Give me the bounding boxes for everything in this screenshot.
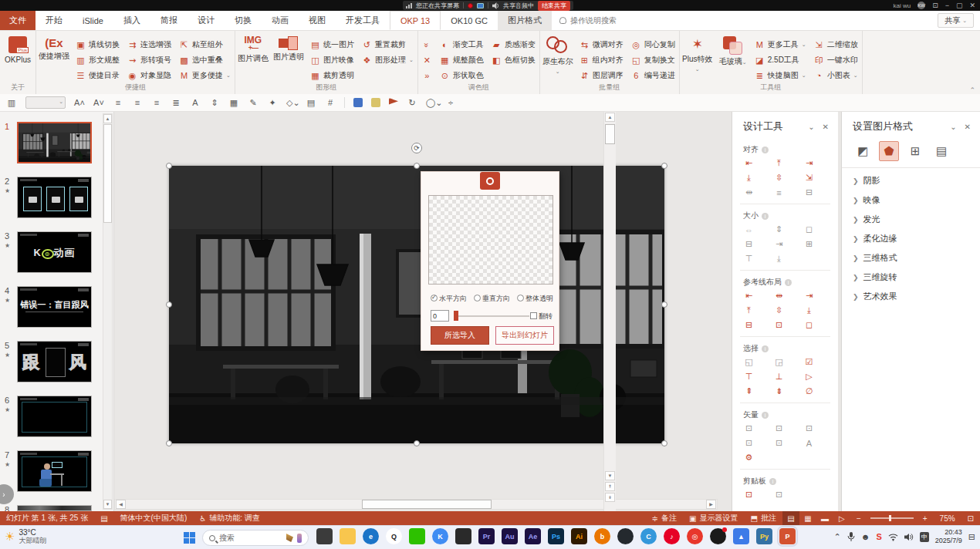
tool-icon[interactable]: ⇥ — [803, 157, 815, 169]
fit-to-window-icon[interactable]: ⊡ — [961, 514, 980, 523]
tool-icon[interactable]: ⇕ — [773, 224, 785, 235]
align-justify-icon[interactable]: ≣ — [171, 98, 181, 108]
ribbon-button-选中重叠[interactable]: ▩选中重叠 — [175, 52, 235, 68]
chevron-down-icon[interactable]: ⌄ — [950, 123, 956, 131]
tool-icon[interactable]: ⊤ — [743, 253, 755, 264]
tool-icon[interactable]: ⇥ — [803, 290, 815, 301]
taskbar-search[interactable]: 搜索 — [202, 530, 309, 546]
taskbar-red-cam-app-icon[interactable]: ◎ — [687, 528, 703, 544]
taskbar-illustrator-icon[interactable]: Ai — [571, 528, 587, 544]
tool-icon[interactable]: ⤓ — [773, 253, 785, 264]
resize-handle-nw[interactable] — [166, 163, 172, 169]
taskbar-quark-icon[interactable]: K — [432, 528, 448, 544]
ribbon-button-裁剪透明[interactable]: ▦裁剪透明 — [306, 68, 358, 83]
ribbon-button-形转项号[interactable]: ⇝形转项号 — [123, 52, 175, 68]
ribbon-button-规整颜色[interactable]: ▦规整颜色 — [436, 52, 488, 68]
slider-thumb[interactable] — [454, 311, 458, 321]
ribbon-button-图片调色[interactable]: IMG+—图片调色 — [235, 34, 271, 82]
clock[interactable]: 20:43 2025/7/9 — [935, 528, 962, 545]
flip-checkbox[interactable]: 翻转 — [530, 312, 553, 322]
taskbar-meeting-app-icon[interactable]: ▲ — [733, 528, 749, 544]
fill-bucket-icon[interactable]: ◩ — [853, 141, 873, 161]
tab-图片格式[interactable]: 图片格式 — [498, 11, 552, 30]
ribbon-button-chevrons-down[interactable]: » — [418, 37, 436, 52]
tab-动画[interactable]: 动画 — [262, 11, 299, 30]
taskbar-python-icon[interactable]: Py — [756, 528, 772, 544]
slide-sorter-view-button[interactable]: ▦ — [799, 511, 816, 525]
slide-thumbnail-3[interactable]: 3★K⊙动画 — [0, 231, 100, 274]
ribbon-button-图形处理[interactable]: ❖图形处理⌄ — [358, 52, 417, 68]
effects-pentagon-icon[interactable]: ⬟ — [879, 141, 899, 161]
zoom-out-button[interactable]: − — [850, 514, 867, 523]
sogou-icon[interactable]: S — [876, 532, 881, 541]
taskbar-task-view-icon[interactable] — [316, 528, 333, 544]
ribbon-button-2.5D工具[interactable]: ◪2.5D工具 — [751, 52, 810, 68]
format-section-艺术效果[interactable]: ❯艺术效果 — [842, 287, 980, 306]
thumbnail-image[interactable]: 错误一：盲目跟风 — [17, 286, 92, 328]
tab-okp-13[interactable]: OKP 13 — [390, 11, 441, 30]
ribbon-button-便捷增强[interactable]: (Ex便捷增强 — [36, 34, 72, 82]
tab-视图[interactable]: 视图 — [299, 11, 336, 30]
ribbon-button-形状取色[interactable]: ⊙形状取色 — [436, 68, 488, 83]
slide-thumbnail-1[interactable]: 1 — [0, 122, 100, 165]
ribbon-button-填线切换[interactable]: ▣填线切换 — [72, 37, 123, 52]
tool-icon[interactable]: ⊡ — [773, 489, 785, 500]
red-flag-icon[interactable] — [389, 98, 398, 107]
tab-ok10-gc[interactable]: OK10 GC — [441, 11, 498, 30]
tool-icon[interactable]: ◲ — [773, 356, 785, 368]
tool-icon[interactable]: ∅ — [803, 386, 815, 397]
font-size-box[interactable]: ⌄ — [25, 96, 66, 109]
taskbar-github-desktop-icon[interactable] — [617, 528, 634, 544]
tool-icon[interactable]: ⊡ — [773, 437, 785, 449]
font-larger-icon[interactable]: A˄ — [74, 98, 85, 107]
import-selected-button[interactable]: 所选导入 — [431, 326, 489, 345]
ribbon-button-粘至组外[interactable]: ⇱粘至组外 — [175, 37, 235, 52]
taskbar-audition-icon[interactable]: Au — [502, 528, 518, 544]
tool-icon[interactable]: ◻ — [803, 224, 815, 235]
tool-icon[interactable]: ⇳ — [773, 305, 785, 316]
slide-canvas[interactable]: ⟳ 水平方向垂直方向整体透明 翻转 所选导入 导出到幻灯片 — [114, 112, 718, 511]
resize-handle-n[interactable] — [414, 163, 420, 169]
taskbar-qq-icon[interactable]: Q — [386, 528, 402, 544]
taskbar-blender-icon[interactable]: b — [594, 528, 610, 544]
tab-islide[interactable]: iSlide — [73, 11, 113, 30]
ribbon-button-重置裁剪[interactable]: ↺重置裁剪 — [358, 37, 417, 52]
close-button[interactable]: ✕ — [969, 2, 975, 9]
tool-icon[interactable]: ⊡ — [773, 319, 785, 331]
tray-expand-icon[interactable]: ⌃ — [834, 532, 841, 542]
shape-menu-icon[interactable]: ◇⌄ — [286, 98, 297, 108]
yellow-swatch-icon[interactable] — [371, 98, 380, 107]
ribbon-button-图片透明[interactable]: 图片透明 — [271, 34, 306, 82]
tool-icon[interactable]: ⇳ — [773, 172, 785, 184]
font-color-icon[interactable]: A — [190, 98, 201, 107]
accessibility-status[interactable]: ♿ 辅助功能: 调查 — [193, 513, 266, 524]
ribbon-button-复制换文[interactable]: ◱复制换文 — [627, 52, 679, 68]
canvas-vertical-scrollbar[interactable]: ▲ ▼ ↟ ↡ — [603, 112, 616, 511]
ribbon-button-图片映像[interactable]: ◫图片映像 — [306, 52, 358, 68]
picture-icon[interactable]: ▤ — [931, 141, 951, 161]
resize-handle-s[interactable] — [414, 440, 420, 446]
resize-handle-ne[interactable] — [661, 163, 667, 169]
export-to-slide-button[interactable]: 导出到幻灯片 — [495, 326, 554, 345]
weather-widget[interactable]: ☀ 33°C 大部晴朗 — [5, 528, 46, 544]
thumbnail-image[interactable]: 跟风 — [17, 341, 92, 382]
ribbon-button-二维缩放[interactable]: ⇲二维缩放 — [810, 37, 862, 52]
chevron-down-icon[interactable]: ⌄ — [808, 123, 814, 131]
rotate-handle[interactable]: ⟳ — [411, 143, 422, 153]
monitor-icon[interactable] — [477, 3, 484, 8]
ribbon-button-一键水印[interactable]: 印一键水印 — [810, 52, 862, 68]
taskbar-after-effects-icon[interactable]: Ae — [525, 528, 541, 544]
ribbon-button-Plus特效[interactable]: ✶Plus特效⌄ — [680, 34, 715, 82]
ribbon-button-更多工具[interactable]: M更多工具⌄ — [751, 37, 810, 52]
dialog-drag-tab[interactable] — [480, 172, 500, 190]
tool-icon[interactable]: ⊞ — [803, 238, 815, 250]
slideshow-button[interactable]: ▷ — [833, 511, 850, 525]
thumbnail-image[interactable] — [17, 450, 92, 492]
ribbon-button-组内对齐[interactable]: ⊞组内对齐 — [576, 52, 627, 68]
tool-icon[interactable]: ⤓ — [803, 305, 815, 316]
tool-icon[interactable]: ⊡ — [743, 423, 755, 434]
scroll-up-icon[interactable]: ▲ — [103, 114, 112, 123]
thumbnail-image[interactable] — [17, 177, 92, 218]
info-icon[interactable]: i — [762, 147, 769, 153]
ribbon-button-色框切换[interactable]: ◧色框切换 — [488, 52, 539, 68]
